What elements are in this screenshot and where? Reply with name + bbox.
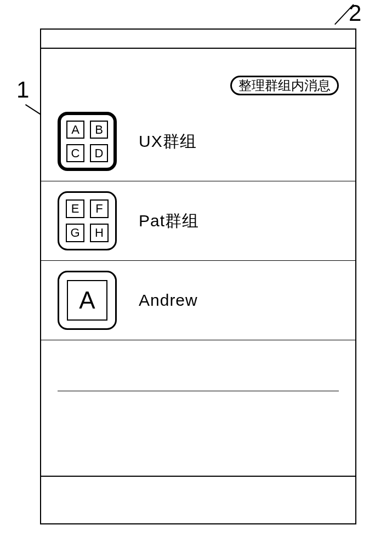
avatar-letter: C <box>66 144 84 162</box>
chat-name-label: Pat群组 <box>139 210 199 232</box>
group-avatar-icon: A B C D <box>58 112 117 171</box>
bottom-bar <box>41 476 355 523</box>
callout-label-1: 1 <box>16 77 29 103</box>
avatar-letter: A <box>66 121 84 139</box>
status-bar <box>41 30 355 49</box>
avatar-letter: H <box>90 224 109 242</box>
chat-list-item-andrew[interactable]: A Andrew <box>41 261 355 340</box>
group-avatar-icon: E F G H <box>58 191 117 250</box>
chat-list-area: 整理群组内消息 A B C D UX群组 E F G H <box>41 50 355 475</box>
avatar-letter: E <box>66 199 84 218</box>
chat-name-label: Andrew <box>139 291 198 310</box>
chat-list-item-ux-group[interactable]: A B C D UX群组 <box>41 102 355 181</box>
callout-label-2: 2 <box>349 0 361 26</box>
organize-messages-button[interactable]: 整理群组内消息 <box>230 76 339 95</box>
divider <box>58 391 339 391</box>
chat-name-label: UX群组 <box>139 130 197 153</box>
avatar-letter: A <box>67 280 107 321</box>
avatar-letter: D <box>90 144 108 162</box>
contact-avatar-icon: A <box>58 271 117 330</box>
avatar-letter: F <box>90 199 109 218</box>
avatar-letter: B <box>90 121 108 139</box>
chat-list: A B C D UX群组 E F G H Pat群组 <box>41 102 355 340</box>
chat-list-item-pat-group[interactable]: E F G H Pat群组 <box>41 181 355 261</box>
avatar-letter: G <box>66 224 84 242</box>
phone-frame: 整理群组内消息 A B C D UX群组 E F G H <box>40 28 356 524</box>
